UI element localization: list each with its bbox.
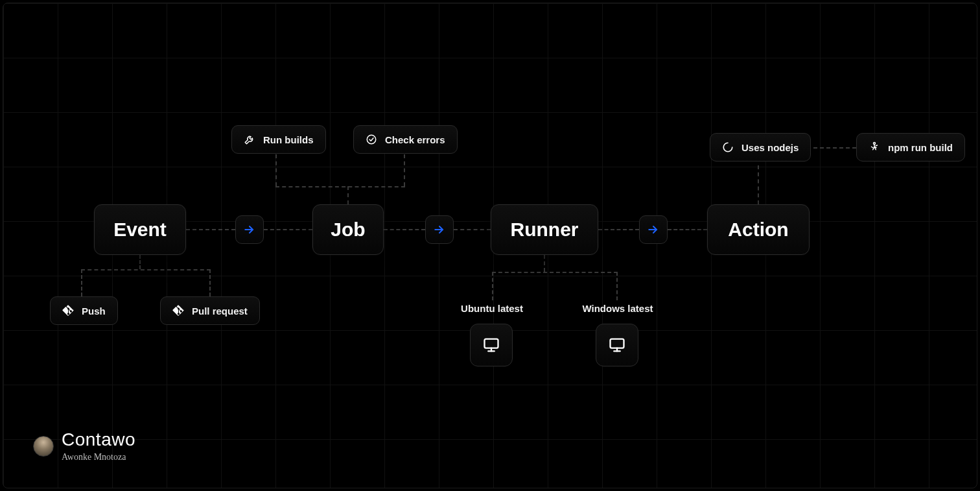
git-icon [172,305,184,317]
node-label: Job [331,219,365,241]
svg-rect-7 [611,339,624,348]
connector [139,255,141,269]
pill-label: Push [82,305,106,317]
svg-rect-4 [485,339,498,348]
connector [384,229,425,230]
connector [275,186,405,187]
node-event: Event [94,204,186,255]
wrench-icon [244,134,255,145]
event-pull-request: Pull request [160,296,260,325]
connector [81,269,211,270]
connector [492,272,618,273]
event-push: Push [50,296,118,325]
runner-windows [596,324,638,366]
pill-label: Check errors [385,134,445,145]
monitor-icon [482,336,500,354]
arrow-right-icon [425,215,454,244]
node-label: Event [113,219,167,241]
connector [807,147,856,149]
job-check-errors: Check errors [353,125,458,154]
pill-label: Uses nodejs [741,142,799,153]
runner-ubuntu [470,324,513,366]
connector [758,165,759,204]
connector [186,229,235,230]
connector [264,229,312,230]
pill-label: Run builds [263,134,314,145]
connector [404,154,405,186]
avatar [33,436,54,457]
arrow-right-icon [639,215,668,244]
node-action: Action [707,204,810,255]
author-watermark: Contawo Awonke Mnotoza [33,431,135,462]
connector [454,229,491,230]
connector [598,229,639,230]
pill-label: npm run build [888,142,953,153]
runner-ubuntu-label: Ubuntu latest [440,303,544,314]
action-npm-run-build: npm run build [856,133,965,162]
node-label: Runner [511,219,579,241]
node-job: Job [312,204,384,255]
connector [616,272,618,300]
monitor-icon [608,336,626,354]
connector [209,269,211,296]
spinner-icon [722,141,734,153]
connector [347,186,349,204]
author-name: Contawo [62,431,135,449]
diagram-canvas: Event Job Runner Action Push Pull reques… [3,3,977,488]
connector [492,272,493,300]
run-icon [869,141,880,153]
node-runner: Runner [491,204,598,255]
author-subtitle: Awonke Mnotoza [62,453,135,462]
check-circle-icon [366,134,377,145]
arrow-right-icon [235,215,264,244]
pill-label: Pull request [192,305,248,317]
job-run-builds: Run builds [231,125,326,154]
node-label: Action [728,219,788,241]
connector [275,154,277,186]
git-icon [62,305,74,317]
runner-windows-label: Windows latest [566,303,670,314]
action-uses-nodejs: Uses nodejs [710,133,811,162]
connector [544,255,545,272]
svg-point-3 [367,135,376,144]
connector [668,229,707,230]
connector [81,269,82,296]
